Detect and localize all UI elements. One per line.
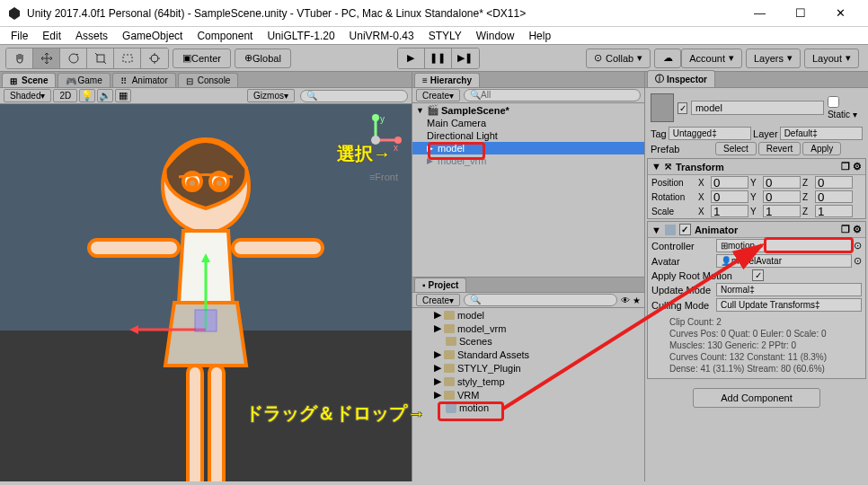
animator-enabled[interactable]: ✓ — [679, 224, 691, 235]
minimize-button[interactable]: — — [740, 1, 780, 26]
menu-component[interactable]: Component — [191, 28, 258, 44]
avatar-picker[interactable]: ⊙ — [854, 255, 862, 267]
gizmos-dropdown[interactable]: Gizmos ▾ — [247, 89, 295, 102]
play-button[interactable]: ▶ — [398, 48, 425, 68]
menu-assets[interactable]: Assets — [70, 28, 113, 44]
folder-styly-plugin[interactable]: ▶STYLY_Plugin — [430, 361, 644, 375]
rect-tool[interactable] — [114, 48, 141, 68]
scene-search[interactable]: 🔍 — [300, 90, 408, 102]
scene-audio-toggle[interactable]: 🔊 — [97, 89, 113, 102]
folder-vrm[interactable]: ▶VRM — [430, 388, 644, 401]
animator-controller-icon — [446, 402, 456, 413]
pause-button[interactable]: ❚❚ — [425, 48, 452, 68]
tab-scene[interactable]: ⊞Scene — [2, 73, 56, 87]
hierarchy-item-model-vrm[interactable]: ▶model_vrm — [412, 154, 644, 167]
hierarchy-item-camera[interactable]: Main Camera — [412, 117, 644, 129]
culling-dropdown[interactable]: Cull Update Transforms ‡ — [716, 298, 862, 312]
cloud-button[interactable]: ☁ — [654, 48, 681, 68]
menu-file[interactable]: File — [5, 28, 33, 44]
account-dropdown[interactable]: Account ▾ — [681, 48, 742, 68]
rotation-mode[interactable]: ⊕ Global — [235, 48, 291, 68]
rotate-tool[interactable] — [60, 48, 87, 68]
tab-project[interactable]: ▪ Project — [414, 278, 466, 292]
controller-field[interactable]: ⊞ motion — [716, 239, 852, 252]
rot-y[interactable] — [763, 190, 801, 203]
layer-dropdown[interactable]: Default ‡ — [780, 127, 863, 140]
pivot-mode[interactable]: ▣ Center — [173, 48, 231, 68]
menu-styly[interactable]: STYLY — [423, 28, 467, 44]
controller-picker[interactable]: ⊙ — [854, 240, 862, 251]
rot-x[interactable] — [711, 190, 748, 203]
folder-styly-temp[interactable]: ▶styly_temp — [430, 375, 644, 388]
menu-unigltf[interactable]: UniGLTF-1.20 — [261, 28, 340, 44]
hierarchy-item-light[interactable]: Directional Light — [412, 129, 644, 142]
update-mode-dropdown[interactable]: Normal ‡ — [716, 283, 862, 296]
hierarchy-search[interactable]: 🔍All — [464, 89, 641, 101]
step-button[interactable]: ▶❚ — [452, 48, 479, 68]
hierarchy-create[interactable]: Create ▾ — [416, 89, 460, 101]
folder-icon — [444, 391, 455, 400]
scene-viewport[interactable]: y x ≡Front — [0, 104, 412, 481]
gameobject-name-field[interactable] — [691, 101, 824, 115]
view-orientation-label: ≡Front — [369, 172, 398, 182]
project-create[interactable]: Create ▾ — [416, 294, 460, 306]
prefab-apply[interactable]: Apply — [802, 142, 841, 155]
pos-x[interactable] — [711, 176, 748, 189]
toggle-2d[interactable]: 2D — [53, 89, 77, 102]
pos-y[interactable] — [763, 176, 801, 189]
asset-motion[interactable]: motion — [430, 401, 644, 414]
hierarchy-tree[interactable]: ▼🎬 SampleScene* Main Camera Directional … — [412, 103, 644, 277]
pos-z[interactable] — [815, 176, 853, 189]
tab-inspector[interactable]: ⓘ Inspector — [647, 70, 715, 87]
tab-animator[interactable]: ⠿Animator — [112, 73, 176, 87]
layout-dropdown[interactable]: Layout ▾ — [804, 48, 859, 68]
prefab-revert[interactable]: Revert — [758, 142, 801, 155]
layers-dropdown[interactable]: Layers ▾ — [746, 48, 801, 68]
shading-mode[interactable]: Shaded ▾ — [4, 89, 51, 102]
axis-gizmo-icon[interactable]: y x — [349, 113, 403, 167]
maximize-button[interactable]: ☐ — [780, 1, 820, 26]
tab-hierarchy[interactable]: ≡ Hierarchy — [414, 73, 480, 87]
scale-y[interactable] — [763, 205, 801, 217]
svg-text:y: y — [380, 114, 385, 124]
gameobject-active-checkbox[interactable]: ✓ — [678, 102, 687, 114]
hierarchy-item-model[interactable]: ▶model — [412, 142, 644, 154]
console-icon: ⊟ — [186, 76, 195, 85]
menu-edit[interactable]: Edit — [37, 28, 66, 44]
project-tree[interactable]: ▶model ▶model_vrm Scenes ▶Standard Asset… — [412, 308, 644, 481]
move-tool[interactable] — [33, 48, 60, 68]
static-checkbox[interactable]: Static ▾ — [828, 96, 863, 119]
scale-label: Scale — [651, 207, 696, 216]
scene-light-toggle[interactable]: 💡 — [79, 89, 95, 102]
rot-z[interactable] — [815, 190, 853, 203]
folder-scenes[interactable]: Scenes — [430, 335, 644, 348]
tab-game[interactable]: 🎮Game — [58, 73, 110, 87]
scene-fx-toggle[interactable]: ▦ — [115, 89, 131, 102]
menu-univrm[interactable]: UniVRM-0.43 — [344, 28, 420, 44]
tab-console[interactable]: ⊟Console — [178, 73, 239, 87]
animator-header[interactable]: ▼ ✓ Animator❐ ⚙ — [648, 222, 865, 238]
scale-z[interactable] — [815, 205, 853, 217]
folder-model-vrm[interactable]: ▶model_vrm — [430, 322, 644, 335]
transform-header[interactable]: ▼ ⤧ Transform❐ ⚙ — [648, 159, 865, 175]
close-button[interactable]: ✕ — [820, 1, 861, 26]
gameobject-icon[interactable] — [651, 93, 674, 122]
folder-model[interactable]: ▶model — [430, 308, 644, 322]
root-motion-checkbox[interactable]: ✓ — [752, 269, 764, 281]
scale-x[interactable] — [711, 205, 748, 217]
tag-dropdown[interactable]: Untagged ‡ — [669, 127, 751, 140]
avatar-field[interactable]: 👤 modelAvatar — [716, 254, 852, 268]
scale-tool[interactable] — [87, 48, 114, 68]
scene-root[interactable]: ▼🎬 SampleScene* — [412, 103, 644, 117]
folder-standard-assets[interactable]: ▶Standard Assets — [430, 348, 644, 361]
add-component-button[interactable]: Add Component — [693, 388, 820, 408]
project-filter-icons[interactable]: 👁 ★ — [621, 295, 641, 305]
project-search[interactable]: 🔍 — [464, 294, 617, 306]
menu-window[interactable]: Window — [471, 28, 520, 44]
collab-dropdown[interactable]: ⊙ Collab ▾ — [586, 48, 651, 68]
hand-tool[interactable] — [6, 48, 33, 68]
transform-tool[interactable] — [141, 48, 168, 68]
menu-help[interactable]: Help — [523, 28, 556, 44]
menu-gameobject[interactable]: GameObject — [117, 28, 188, 44]
prefab-select[interactable]: Select — [715, 142, 757, 155]
